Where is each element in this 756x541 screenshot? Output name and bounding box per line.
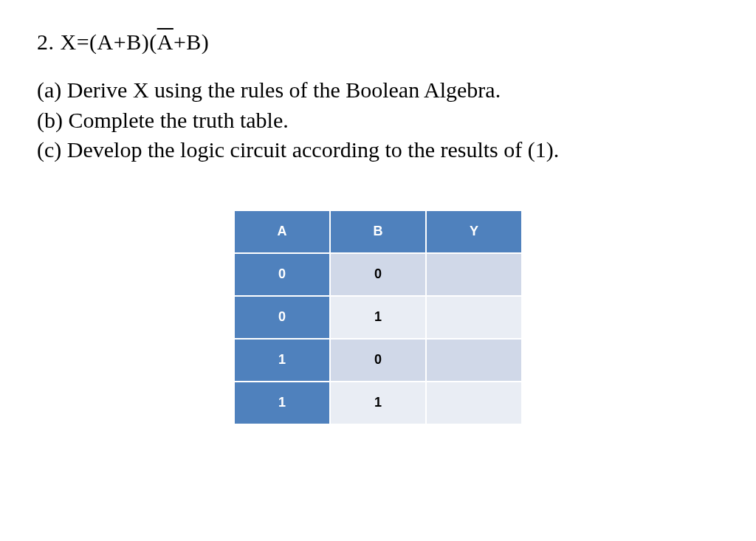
cell-Y (426, 382, 522, 424)
eq-B2: B (186, 30, 202, 54)
cell-B: 1 (330, 382, 426, 424)
cell-A: 1 (234, 339, 330, 382)
part-a: (a) Derive X using the rules of the Bool… (37, 75, 719, 106)
truth-table: A B Y 0 0 0 1 1 0 1 1 (233, 210, 523, 425)
table-row: 1 0 (234, 339, 522, 382)
cell-Y (426, 339, 522, 382)
problem-statement: 2. X=(A+B)(A+B) (37, 30, 719, 55)
cell-B: 0 (330, 339, 426, 382)
part-b: (b) Complete the truth table. (37, 106, 719, 136)
eq-p1c: ) (142, 30, 150, 54)
header-B: B (330, 210, 426, 253)
eq-B1: B (126, 30, 142, 54)
table-row: 0 1 (234, 296, 522, 339)
cell-A: 0 (234, 296, 330, 339)
table-row: 0 0 (234, 253, 522, 296)
eq-A1: A (97, 30, 114, 54)
truth-table-wrap: A B Y 0 0 0 1 1 0 1 1 (37, 210, 719, 425)
cell-A: 0 (234, 253, 330, 296)
cell-B: 0 (330, 253, 426, 296)
cell-Y (426, 296, 522, 339)
eq-Abar: A (157, 30, 173, 54)
header-Y: Y (426, 210, 522, 253)
problem-number: 2. (37, 30, 55, 54)
eq-p2o: ( (149, 30, 157, 54)
part-c: (c) Develop the logic circuit according … (37, 135, 719, 165)
cell-B: 1 (330, 296, 426, 339)
cell-Y (426, 253, 522, 296)
eq-lhs: X= (61, 30, 90, 54)
eq-p1o: ( (89, 30, 97, 54)
cell-A: 1 (234, 382, 330, 424)
eq-plus1: + (114, 30, 126, 54)
table-row: 1 1 (234, 382, 522, 424)
header-A: A (234, 210, 330, 253)
problem-parts: (a) Derive X using the rules of the Bool… (37, 75, 719, 165)
eq-plus2: + (173, 30, 186, 54)
table-header-row: A B Y (234, 210, 522, 253)
eq-p2c: ) (202, 30, 210, 54)
